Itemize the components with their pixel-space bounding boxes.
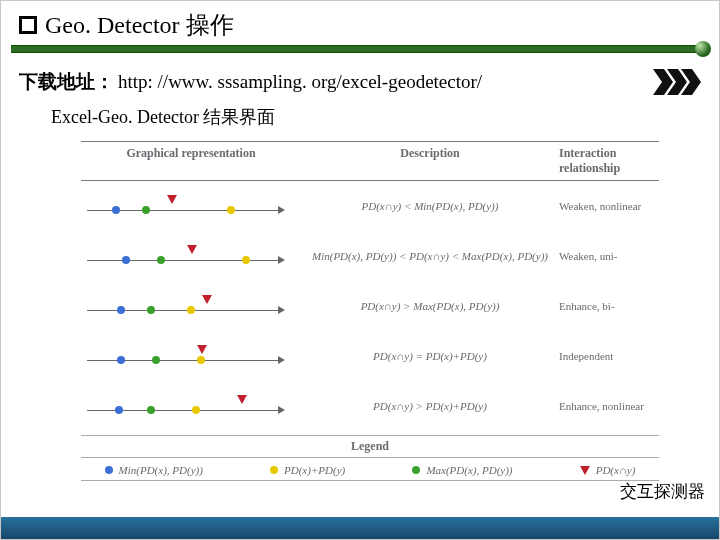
result-table: Graphical representation Description Int… [81, 141, 659, 481]
dot-yellow-icon [197, 356, 205, 364]
table-row: PD(x∩y) > Max(PD(x), PD(y))Enhance, bi- [81, 281, 659, 331]
dot-yellow-icon [192, 406, 200, 414]
divider-knob-icon [695, 41, 711, 57]
desc-cell: Min(PD(x), PD(y)) < PD(x∩y) < Max(PD(x),… [301, 250, 559, 262]
legend-sum: PD(x)+PD(y) [270, 464, 345, 476]
bullet-square-icon [19, 16, 37, 34]
dot-blue-icon [105, 466, 113, 474]
dot-green-icon [142, 206, 150, 214]
slide: Geo. Detector 操作 下载地址： http: //www. sssa… [0, 0, 720, 540]
subtitle: Excel-Geo. Detector 结果界面 [1, 95, 719, 135]
desc-cell: PD(x∩y) < Min(PD(x), PD(y)) [301, 200, 559, 212]
rel-cell: Enhance, nonlinear [559, 400, 659, 412]
legend-min-label: Min(PD(x), PD(y)) [119, 464, 203, 476]
triangle-red-icon [237, 395, 247, 404]
dot-blue-icon [112, 206, 120, 214]
axis-diagram [87, 342, 287, 370]
table-row: PD(x∩y) > PD(x)+PD(y)Enhance, nonlinear [81, 381, 659, 431]
dot-green-icon [147, 306, 155, 314]
header-rel: Interaction relationship [559, 146, 659, 176]
slide-title-row: Geo. Detector 操作 [1, 1, 719, 45]
legend-min: Min(PD(x), PD(y)) [105, 464, 203, 476]
dot-blue-icon [122, 256, 130, 264]
table-row: PD(x∩y) = PD(x)+PD(y)Independent [81, 331, 659, 381]
legend-body: Min(PD(x), PD(y)) PD(x)+PD(y) Max(PD(x),… [81, 458, 659, 481]
table-header: Graphical representation Description Int… [81, 142, 659, 181]
axis-diagram [87, 392, 287, 420]
table-row: PD(x∩y) < Min(PD(x), PD(y))Weaken, nonli… [81, 181, 659, 231]
dot-green-icon [412, 466, 420, 474]
dot-green-icon [152, 356, 160, 364]
rel-cell: Weaken, nonlinear [559, 200, 659, 212]
dot-green-icon [157, 256, 165, 264]
dot-blue-icon [115, 406, 123, 414]
dot-blue-icon [117, 306, 125, 314]
axis-diagram [87, 242, 287, 270]
graph-cell [81, 192, 301, 220]
legend-sum-label: PD(x)+PD(y) [284, 464, 345, 476]
dot-green-icon [147, 406, 155, 414]
triangle-red-icon [197, 345, 207, 354]
legend-title: Legend [81, 435, 659, 458]
footer-label: 交互探测器 [620, 480, 705, 503]
graph-cell [81, 242, 301, 270]
dot-yellow-icon [242, 256, 250, 264]
desc-cell: PD(x∩y) > PD(x)+PD(y) [301, 400, 559, 412]
header-desc: Description [301, 146, 559, 176]
download-row: 下载地址： http: //www. sssampling. org/excel… [1, 59, 719, 95]
dot-blue-icon [117, 356, 125, 364]
triangle-red-icon [187, 245, 197, 254]
rel-cell: Independent [559, 350, 659, 362]
rel-cell: Weaken, uni- [559, 250, 659, 262]
divider-line [11, 45, 709, 53]
graph-cell [81, 392, 301, 420]
graph-cell [81, 292, 301, 320]
legend-max: Max(PD(x), PD(y)) [412, 464, 512, 476]
download-label: 下载地址： [19, 69, 114, 95]
slide-title: Geo. Detector 操作 [45, 9, 234, 41]
axis-diagram [87, 192, 287, 220]
rel-cell: Enhance, bi- [559, 300, 659, 312]
dot-yellow-icon [187, 306, 195, 314]
triangle-red-icon [167, 195, 177, 204]
chevrons-icon [659, 69, 701, 95]
desc-cell: PD(x∩y) > Max(PD(x), PD(y)) [301, 300, 559, 312]
triangle-red-icon [202, 295, 212, 304]
table-row: Min(PD(x), PD(y)) < PD(x∩y) < Max(PD(x),… [81, 231, 659, 281]
triangle-red-icon [580, 466, 590, 475]
divider-bar [11, 45, 709, 59]
legend-max-label: Max(PD(x), PD(y)) [426, 464, 512, 476]
dot-yellow-icon [227, 206, 235, 214]
axis-diagram [87, 292, 287, 320]
desc-cell: PD(x∩y) = PD(x)+PD(y) [301, 350, 559, 362]
legend-inter: PD(x∩y) [580, 464, 636, 476]
graph-cell [81, 342, 301, 370]
bottom-bar [1, 517, 719, 539]
download-url: http: //www. sssampling. org/excel-geode… [118, 71, 482, 93]
legend-inter-label: PD(x∩y) [596, 464, 636, 476]
header-graph: Graphical representation [81, 146, 301, 176]
dot-yellow-icon [270, 466, 278, 474]
